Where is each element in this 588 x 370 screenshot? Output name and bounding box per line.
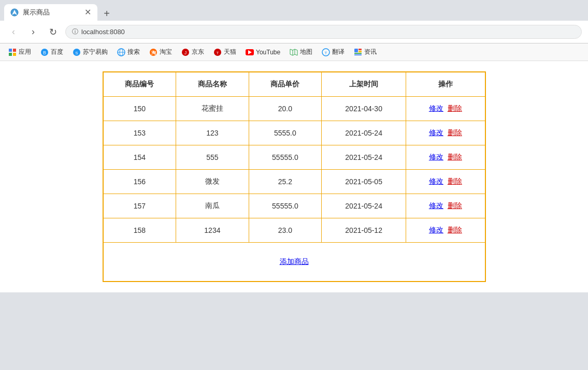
delete-link[interactable]: 删除: [448, 153, 462, 162]
bookmark-baidu[interactable]: B 百度: [36, 46, 67, 58]
suning-icon: S: [73, 48, 81, 56]
forward-button[interactable]: ›: [26, 25, 40, 39]
cell-price: 55555.0: [249, 194, 321, 218]
cell-id: 157: [103, 194, 176, 218]
apps-icon: [8, 48, 17, 56]
table-row: 157南瓜55555.02021-05-24修改删除: [103, 194, 485, 218]
svg-text:淘: 淘: [151, 50, 156, 55]
svg-rect-2: [13, 49, 16, 52]
cell-price: 25.2: [249, 170, 321, 194]
new-tab-button[interactable]: +: [99, 6, 114, 21]
col-header-id: 商品编号: [103, 72, 176, 97]
cell-name: 555: [176, 145, 249, 170]
cell-date: 2021-05-12: [322, 218, 406, 243]
cell-action: 修改删除: [406, 97, 485, 121]
cell-name: 123: [176, 121, 249, 145]
cell-action: 修改删除: [406, 170, 485, 194]
edit-link[interactable]: 修改: [429, 153, 443, 162]
table-row: 150花蜜挂20.02021-04-30修改删除: [103, 97, 485, 121]
cell-date: 2021-05-24: [322, 121, 406, 145]
cell-price: 20.0: [249, 97, 321, 121]
address-bar: ‹ › ↻ ⓘ localhost:8080: [0, 21, 588, 43]
tmall-icon: T: [213, 48, 222, 56]
jd-icon: J: [181, 48, 190, 56]
bookmark-youtube[interactable]: YouTube: [241, 47, 284, 58]
bookmark-news[interactable]: 资讯: [350, 46, 381, 58]
google-news-icon: [354, 48, 362, 56]
action-links: 修改删除: [417, 104, 474, 113]
cell-price: 23.0: [249, 218, 321, 243]
cell-action: 修改删除: [406, 121, 485, 145]
svg-rect-27: [354, 54, 362, 55]
bookmark-news-label: 资讯: [364, 48, 377, 56]
tab-close-button[interactable]: ✕: [84, 8, 91, 17]
lock-icon: ⓘ: [72, 27, 78, 36]
delete-link[interactable]: 删除: [448, 177, 462, 186]
bookmark-translate[interactable]: T 翻译: [318, 46, 349, 58]
cell-action: 修改删除: [406, 194, 485, 218]
action-links: 修改删除: [417, 153, 474, 162]
action-links: 修改删除: [417, 177, 474, 186]
add-product-link[interactable]: 添加商品: [114, 250, 475, 274]
edit-link[interactable]: 修改: [429, 177, 443, 186]
search-globe-icon: [117, 48, 125, 56]
bookmark-taobao[interactable]: 淘 淘宝: [145, 46, 176, 58]
bookmark-apps-label: 应用: [19, 48, 31, 56]
table-row: 156微发25.22021-05-05修改删除: [103, 170, 485, 194]
cell-action: 修改删除: [406, 145, 485, 170]
cell-price: 5555.0: [249, 121, 321, 145]
tab-title: 展示商品: [23, 8, 50, 17]
col-header-date: 上架时间: [322, 72, 406, 97]
edit-link[interactable]: 修改: [429, 128, 443, 138]
bookmark-youtube-label: YouTube: [256, 49, 280, 56]
reload-button[interactable]: ↻: [46, 25, 60, 39]
taobao-icon: 淘: [149, 48, 157, 56]
bookmark-baidu-label: 百度: [51, 48, 63, 56]
delete-link[interactable]: 删除: [448, 201, 462, 211]
svg-rect-24: [358, 49, 362, 50]
cell-name: 微发: [176, 170, 249, 194]
bookmark-taobao-label: 淘宝: [160, 48, 172, 56]
bookmark-suning[interactable]: S 苏宁易购: [68, 46, 112, 58]
translate-icon: T: [322, 48, 330, 56]
delete-link[interactable]: 删除: [448, 128, 462, 138]
edit-link[interactable]: 修改: [429, 201, 443, 211]
bookmark-apps[interactable]: 应用: [4, 46, 35, 58]
cell-date: 2021-05-24: [322, 145, 406, 170]
bookmark-search-label: 搜索: [127, 48, 140, 56]
edit-link[interactable]: 修改: [429, 104, 443, 113]
bookmark-tmall[interactable]: T 天猫: [209, 46, 240, 58]
svg-text:T: T: [217, 51, 219, 55]
page-content: 商品编号 商品名称 商品单价 上架时间 操作 150花蜜挂20.02021-04…: [0, 61, 588, 292]
action-links: 修改删除: [417, 201, 474, 211]
bookmark-translate-label: 翻译: [332, 48, 345, 56]
bookmark-map[interactable]: 地图: [285, 46, 317, 58]
active-tab[interactable]: 展示商品 ✕: [4, 4, 97, 21]
back-button[interactable]: ‹: [6, 25, 21, 39]
url-bar[interactable]: ⓘ localhost:8080: [65, 25, 582, 39]
cell-name: 南瓜: [176, 194, 249, 218]
youtube-icon: [246, 48, 254, 56]
baidu-icon: B: [40, 48, 49, 56]
col-header-name: 商品名称: [176, 72, 249, 97]
cell-name: 1234: [176, 218, 249, 243]
table-row: 158123423.02021-05-12修改删除: [103, 218, 485, 243]
cell-price: 55555.0: [249, 145, 321, 170]
bookmark-search[interactable]: 搜索: [113, 46, 144, 58]
edit-link[interactable]: 修改: [429, 226, 443, 235]
cell-action: 修改删除: [406, 218, 485, 243]
svg-text:J: J: [184, 50, 187, 55]
svg-text:S: S: [75, 51, 78, 55]
delete-link[interactable]: 删除: [448, 104, 462, 113]
map-icon: [290, 48, 298, 56]
delete-link[interactable]: 删除: [448, 226, 462, 235]
tab-favicon: [10, 8, 19, 17]
url-text: localhost:8080: [81, 28, 125, 36]
cell-name: 花蜜挂: [176, 97, 249, 121]
bookmarks-bar: 应用 B 百度 S 苏宁易购 搜索 淘 淘宝: [0, 43, 588, 61]
bookmark-jd[interactable]: J 京东: [177, 46, 208, 58]
svg-text:T: T: [325, 51, 327, 55]
svg-text:B: B: [43, 50, 46, 55]
svg-rect-4: [13, 53, 16, 56]
table-row: 1531235555.02021-05-24修改删除: [103, 121, 485, 145]
